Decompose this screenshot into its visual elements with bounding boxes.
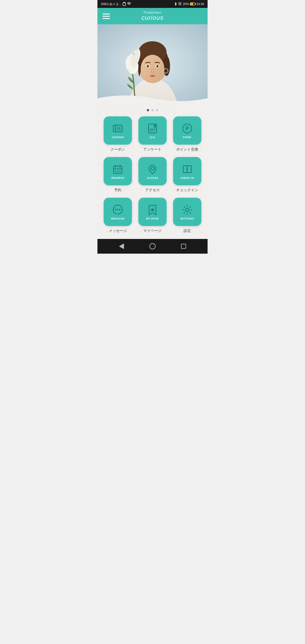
hero-wave: [97, 93, 208, 103]
questionnaire-icon: [146, 122, 159, 135]
message-ja-label: メッセージ: [109, 228, 127, 233]
settings-en-label: SETTINGS: [180, 217, 194, 220]
point-icon-box: P POINT: [173, 116, 201, 145]
svg-point-48: [119, 209, 121, 210]
menu-item-coupon[interactable]: COUPON クーポン: [102, 116, 134, 152]
coupon-icon: [112, 122, 124, 135]
access-ja-label: アクセス: [145, 188, 160, 193]
wifi-icon: [127, 2, 131, 6]
svg-rect-41: [119, 171, 121, 172]
access-icon-box: ACCESS: [138, 157, 167, 185]
menu-item-point[interactable]: P POINT ポイント交換: [171, 116, 203, 152]
recents-icon: [181, 244, 186, 249]
checkin-en-label: CHECK-IN: [180, 177, 194, 179]
svg-rect-36: [115, 169, 116, 170]
point-icon: P: [181, 122, 193, 135]
hamburger-menu-button[interactable]: [103, 14, 110, 19]
settings-ja-label: 設定: [184, 228, 191, 233]
svg-rect-0: [123, 3, 126, 6]
menu-item-reserve[interactable]: RESERVE 予約: [102, 157, 134, 193]
dot-3: [156, 109, 158, 111]
menu-item-questionnaire[interactable]: Q're アンケート: [137, 116, 169, 152]
svg-point-11: [147, 65, 148, 66]
message-icon: [112, 204, 124, 216]
settings-icon-box: SETTINGS: [173, 198, 201, 226]
checkin-icon-box: CHECK-IN: [173, 157, 201, 185]
svg-point-44: [186, 169, 187, 170]
hero-illustration: [97, 24, 208, 103]
reserve-icon: [112, 163, 124, 175]
svg-rect-40: [117, 171, 118, 172]
carousel-dots: [97, 109, 208, 111]
svg-marker-49: [150, 208, 155, 212]
coupon-icon-box: COUPON: [104, 116, 132, 145]
mypage-ja-label: マイページ: [143, 228, 162, 233]
status-right: 20% 14:45: [174, 2, 204, 6]
coupon-ja-label: クーポン: [110, 147, 125, 152]
checkin-icon: [181, 163, 193, 175]
message-en-label: MESSAGE: [111, 217, 125, 220]
alarm-icon: [178, 2, 182, 6]
reserve-ja-label: 予約: [114, 188, 121, 193]
message-icon-box: MESSAGE: [104, 198, 132, 226]
reserve-icon-box: RESERVE: [104, 157, 132, 185]
questionnaire-ja-label: アンケート: [143, 147, 162, 152]
menu-item-mypage[interactable]: MY PAGE マイページ: [137, 198, 169, 233]
menu-grid: COUPON クーポン Q're アンケート: [97, 116, 208, 233]
hero-banner: [97, 24, 208, 103]
access-icon: [146, 163, 159, 175]
menu-item-settings[interactable]: SETTINGS 設定: [171, 198, 203, 233]
svg-rect-39: [115, 171, 116, 172]
hero-image: [97, 24, 208, 103]
back-button[interactable]: [116, 241, 127, 251]
mypage-en-label: MY PAGE: [146, 217, 159, 220]
sim-icon: [123, 2, 126, 6]
coupon-en-label: COUPON: [112, 136, 124, 139]
dot-2: [151, 109, 154, 111]
battery-icon: [190, 3, 195, 5]
app-header: PrivateSalon curious: [97, 8, 208, 24]
svg-point-14: [156, 65, 157, 66]
brand-big: curious: [141, 14, 164, 21]
status-bar: SIMがありま... 20% 14:45: [97, 0, 208, 8]
mypage-icon: [146, 204, 159, 216]
reserve-en-label: RESERVE: [111, 177, 124, 179]
bluetooth-icon: [174, 2, 177, 6]
settings-icon: [181, 204, 193, 216]
svg-point-46: [115, 209, 117, 210]
svg-point-47: [117, 209, 119, 210]
header-title: PrivateSalon curious: [141, 11, 164, 21]
access-en-label: ACCESS: [147, 177, 158, 179]
carrier-text: SIMがありま...: [101, 2, 121, 6]
menu-item-access[interactable]: ACCESS アクセス: [137, 157, 169, 193]
svg-point-50: [186, 208, 189, 212]
status-left: SIMがありま...: [101, 2, 131, 6]
brand-small: PrivateSalon: [141, 11, 164, 14]
bottom-navigation: [97, 239, 208, 254]
svg-rect-38: [119, 169, 121, 170]
checkin-ja-label: チェックイン: [176, 188, 198, 193]
svg-point-8: [141, 55, 164, 83]
svg-rect-37: [117, 169, 118, 170]
menu-item-message[interactable]: MESSAGE メッセージ: [102, 198, 134, 233]
home-icon: [149, 243, 156, 249]
questionnaire-icon-box: Q're: [138, 116, 167, 145]
point-ja-label: ポイント交換: [176, 147, 198, 152]
back-icon: [119, 243, 124, 249]
recents-button[interactable]: [178, 241, 189, 251]
home-button[interactable]: [147, 241, 158, 251]
menu-item-checkin[interactable]: CHECK-IN チェックイン: [171, 157, 203, 193]
svg-text:P: P: [186, 126, 189, 131]
dot-1: [147, 109, 149, 111]
mypage-icon-box: MY PAGE: [138, 198, 167, 226]
svg-point-42: [151, 167, 154, 170]
battery-percent: 20%: [183, 2, 189, 6]
svg-rect-20: [113, 125, 116, 132]
point-en-label: POINT: [183, 136, 191, 139]
time-display: 14:45: [196, 2, 204, 6]
questionnaire-en-label: Q're: [150, 136, 155, 139]
content-area: COUPON クーポン Q're アンケート: [97, 103, 208, 239]
